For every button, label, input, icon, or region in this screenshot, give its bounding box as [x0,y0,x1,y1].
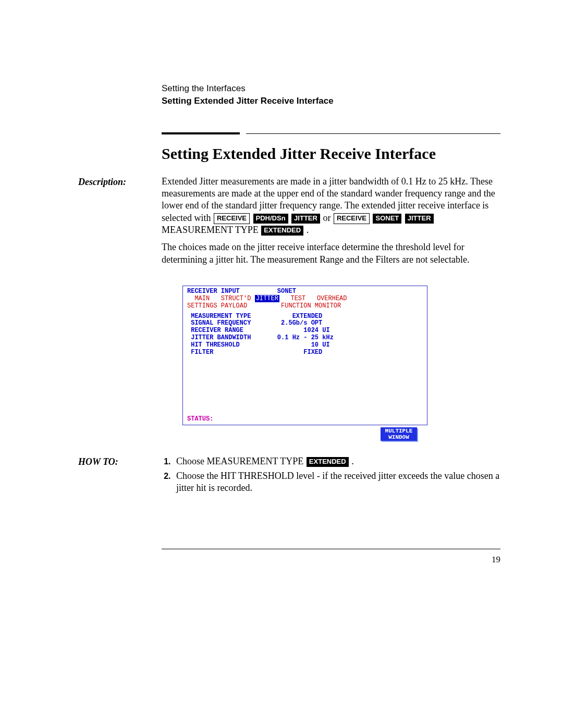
desc-meas-type: MEASUREMENT TYPE [162,225,261,235]
description-p1: Extended Jitter measurements are made in… [162,176,500,237]
spacer [240,288,277,295]
document-page: Setting the Interfaces Setting Extended … [0,0,563,607]
screen-tabs-row2: SETTINGS PAYLOAD FUNCTION MONITOR [187,303,423,310]
label-filter: FILTER [191,349,213,356]
description-p2: The choices made on the jitter receive i… [162,241,500,266]
label-sig-freq: SIGNAL FREQUENCY [191,319,251,327]
step1-text-b: . [351,456,354,466]
screen-tabs-row1: MAIN STRUCT'D JITTER TEST OVERHEAD [187,295,423,303]
value-filter: FIXED [303,349,322,356]
tab-structd: STRUCT'D [221,295,251,302]
multwin-line2: WINDOW [381,434,417,440]
value-jit-bw: 0.1 Hz - 25 kHz [277,334,334,341]
howto-step-2: Choose the HIT THRESHOLD level - if the … [173,470,500,495]
tab-monitor: MONITOR [315,302,341,310]
screen-row-jitbw: JITTER BANDWIDTH 0.1 Hz - 25 kHz [187,335,423,342]
description-body: Extended Jitter measurements are made in… [162,176,500,272]
description-row: Description: Extended Jitter measurement… [78,176,500,272]
value-meas-type: EXTENDED [292,313,323,320]
screen-panel: RECEIVER INPUT SONET MAIN STRUCT'D JITTE… [182,286,427,425]
jitter-key-2: JITTER [405,214,434,224]
desc-or: or [323,213,333,223]
multiple-window-button[interactable]: MULTIPLE WINDOW [381,427,417,441]
howto-steps: Choose MEASUREMENT TYPE EXTENDED . Choos… [162,455,500,494]
running-header: Setting the Interfaces Setting Extended … [162,83,500,106]
tab-function: FUNCTION [281,302,311,310]
tab-overhead: OVERHEAD [317,295,347,302]
screen-row-filter: FILTER FIXED [187,349,423,356]
extended-key-2: EXTENDED [307,457,349,467]
tab-settings: SETTINGS [187,302,217,310]
step1-text-a: Choose MEASUREMENT TYPE [176,456,306,466]
howto-row: HOW TO: Choose MEASUREMENT TYPE EXTENDED… [78,455,500,496]
page-title: Setting Extended Jitter Receive Interfac… [162,145,443,163]
screen-row-hitthr: HIT THRESHOLD 10 UI [187,342,423,349]
screen-title-row: RECEIVER INPUT SONET [187,288,423,295]
tab-jitter: JITTER [255,295,279,302]
screen-row-meas: MEASUREMENT TYPE EXTENDED [187,313,423,320]
sonet-key: SONET [373,214,401,224]
label-hit-thr: HIT THRESHOLD [191,341,240,349]
instrument-screenshot: RECEIVER INPUT SONET MAIN STRUCT'D JITTE… [182,286,427,441]
section-name: Setting Extended Jitter Receive Interfac… [162,96,500,106]
thin-rule [246,133,500,134]
label-rx-range: RECEIVER RANGE [191,327,243,334]
footer-rule [162,549,500,549]
pdhdsn-key: PDH/DSn [253,214,288,224]
screen-row-sigfreq: SIGNAL FREQUENCY 2.5Gb/s OPT [187,320,423,327]
screen-row-rxrange: RECEIVER RANGE 1024 UI [187,327,423,335]
screen-title-right: SONET [277,288,296,295]
chapter-name: Setting the Interfaces [162,83,500,94]
desc-period: . [307,225,309,235]
value-sig-freq: 2.5Gb/s OPT [281,319,322,327]
thick-rule [162,132,240,134]
title-rule [162,132,500,134]
extended-key: EXTENDED [261,226,303,236]
jitter-key: JITTER [291,214,320,224]
value-rx-range: 1024 UI [303,327,329,334]
value-hit-thr: 10 UI [311,341,330,349]
multwin-line1: MULTIPLE [381,428,417,434]
description-label: Description: [78,176,162,188]
receive-key-2: RECEIVE [334,213,370,224]
howto-label: HOW TO: [78,455,162,467]
tab-main: MAIN [194,295,210,302]
label-jit-bw: JITTER BANDWIDTH [191,334,251,341]
tab-payload: PAYLOAD [221,302,247,310]
howto-body: Choose MEASUREMENT TYPE EXTENDED . Choos… [162,455,500,496]
tab-test: TEST [290,295,305,302]
screen-status: STATUS: [187,415,213,423]
screen-title-left: RECEIVER INPUT [187,288,240,295]
receive-key: RECEIVE [214,213,250,224]
label-meas-type: MEASUREMENT TYPE [191,313,251,320]
howto-step-1: Choose MEASUREMENT TYPE EXTENDED . [173,455,500,467]
page-number: 19 [78,554,500,565]
